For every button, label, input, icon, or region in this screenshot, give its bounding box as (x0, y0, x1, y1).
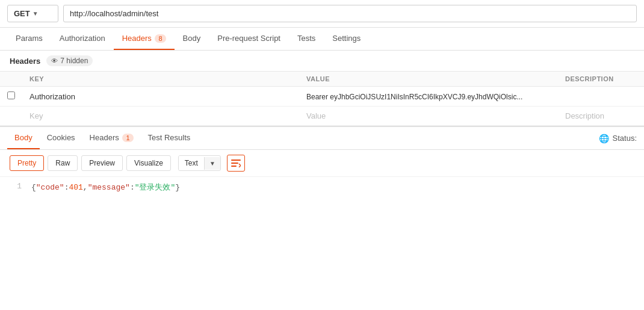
url-bar: GET ▼ (0, 0, 644, 28)
method-chevron-icon: ▼ (33, 10, 39, 17)
row1-checkbox-cell[interactable] (0, 87, 22, 107)
line-number: 1 (10, 182, 22, 193)
headers-section: Headers 👁 7 hidden (0, 51, 644, 72)
headers-table-wrapper: KEY VALUE DESCRIPTION Authorization (0, 72, 644, 126)
type-label: Text (179, 156, 204, 170)
code-line: {"code":401,"message":"登录失效"} (31, 182, 180, 193)
response-tab-cookies[interactable]: Cookies (40, 127, 82, 149)
type-select-wrapper: Text ▼ (178, 155, 221, 171)
svg-rect-0 (231, 160, 241, 161)
headers-section-label: Headers (10, 57, 40, 66)
response-tab-headers[interactable]: Headers 1 (82, 127, 141, 149)
method-label: GET (14, 9, 30, 18)
col-header-checkbox (0, 72, 22, 87)
wrap-button[interactable] (227, 155, 245, 172)
svg-rect-2 (231, 166, 237, 167)
tab-params[interactable]: Params (7, 28, 51, 50)
table-row: Authorization Bearer eyJhbGciOiJSUzI1NiI… (0, 87, 644, 107)
response-headers-badge: 1 (122, 134, 133, 142)
tab-authorization[interactable]: Authorization (51, 28, 114, 50)
response-tabs-row: Body Cookies Headers 1 Test Results 🌐 St… (0, 127, 644, 150)
svg-rect-1 (231, 163, 238, 164)
response-tab-test-results[interactable]: Test Results (141, 127, 198, 149)
url-input[interactable] (63, 5, 637, 22)
row2-description-placeholder[interactable]: Description (558, 107, 644, 126)
status-label: Status: (613, 134, 637, 143)
tab-headers[interactable]: Headers 8 (114, 28, 175, 50)
tab-settings[interactable]: Settings (324, 28, 369, 50)
response-toolbar: Pretty Raw Preview Visualize Text ▼ (0, 150, 644, 177)
row1-checkbox[interactable] (7, 91, 15, 99)
tab-body[interactable]: Body (175, 28, 209, 50)
hidden-count: 7 hidden (60, 57, 88, 65)
row1-value: Bearer eyJhbGciOiJSUzI1NiIsInR5cCI6IkpXV… (299, 87, 558, 107)
status-area: 🌐 Status: (599, 134, 637, 143)
code-area: 1 {"code":401,"message":"登录失效"} (0, 177, 644, 197)
tab-tests[interactable]: Tests (289, 28, 324, 50)
row1-description (558, 87, 644, 107)
row2-key-placeholder[interactable]: Key (22, 107, 299, 126)
globe-icon: 🌐 (599, 134, 609, 143)
response-tab-body[interactable]: Body (7, 127, 40, 149)
table-row: Key Value Description (0, 107, 644, 126)
row2-checkbox-cell (0, 107, 22, 126)
row2-value-placeholder[interactable]: Value (299, 107, 558, 126)
request-tabs-row: Params Authorization Headers 8 Body Pre-… (0, 28, 644, 51)
format-raw-button[interactable]: Raw (48, 155, 78, 171)
col-header-key: KEY (22, 72, 299, 87)
eye-icon: 👁 (51, 57, 58, 64)
tab-pre-request-script[interactable]: Pre-request Script (209, 28, 289, 50)
hidden-badge[interactable]: 👁 7 hidden (46, 55, 93, 66)
headers-table: KEY VALUE DESCRIPTION Authorization (0, 72, 644, 126)
response-section: Body Cookies Headers 1 Test Results 🌐 St… (0, 126, 644, 197)
col-header-value: VALUE (299, 72, 558, 87)
headers-badge: 8 (155, 34, 166, 43)
format-visualize-button[interactable]: Visualize (126, 155, 171, 171)
format-preview-button[interactable]: Preview (81, 155, 123, 171)
method-select[interactable]: GET ▼ (7, 5, 58, 22)
row1-key: Authorization (22, 87, 299, 107)
col-header-description: DESCRIPTION (558, 72, 644, 87)
type-chevron-icon[interactable]: ▼ (204, 157, 220, 170)
format-pretty-button[interactable]: Pretty (10, 155, 44, 171)
